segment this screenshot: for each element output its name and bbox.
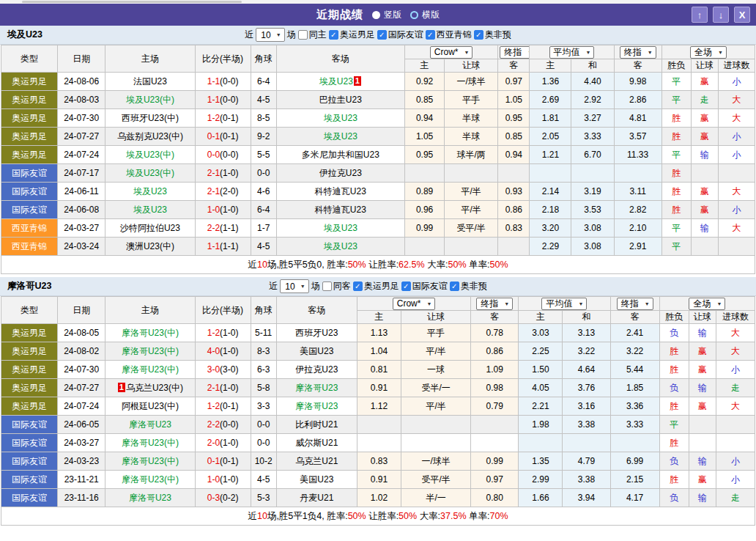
scope-select[interactable]: 全场▼ (689, 298, 725, 310)
result-handicap: 赢 (691, 183, 718, 201)
avg-home: 2.14 (530, 183, 571, 201)
away-team: 科特迪瓦U23 (276, 183, 404, 201)
away-team-name: 巴拉圭U23 (319, 95, 362, 105)
col-date-header: 日期 (58, 45, 105, 73)
result-goals: 小 (718, 73, 755, 91)
competition-checkbox[interactable]: ✓ (450, 281, 459, 291)
avg-draw: 3.19 (571, 183, 614, 201)
competition-checkbox[interactable]: ✓ (401, 281, 411, 291)
result-outcome: 平 (659, 416, 689, 434)
away-team-name: 埃及U23 (324, 241, 357, 251)
col-date-header: 日期 (58, 297, 105, 324)
home-team: 摩洛哥U23(中) (105, 434, 195, 452)
odds-source-select[interactable]: Crow*▼ (393, 298, 436, 310)
dropdown-header-cell: 终指▼ (498, 45, 530, 59)
sub-header-avg-home: 主 (519, 311, 563, 324)
home-team: 摩洛哥U23(中) (105, 452, 195, 471)
halftime-score: (3-0) (220, 364, 238, 375)
same-side-checkbox[interactable] (298, 30, 308, 40)
home-team-name: 摩洛哥U23(中) (122, 346, 179, 356)
match-score: 4-0(1-0) (195, 342, 251, 361)
scope-select[interactable]: 全场▼ (690, 46, 727, 59)
odds-home: 0.91 (357, 471, 401, 489)
summary-segment: 让胜率: (366, 260, 399, 270)
match-type: 国际友谊 (1, 416, 58, 434)
layout-horizontal-radio[interactable]: 横版 (410, 9, 440, 21)
halftime-score: (0-1) (220, 401, 238, 411)
match-type: 国际友谊 (1, 471, 58, 489)
result-outcome: 平 (662, 73, 691, 91)
competition-checkbox[interactable]: ✓ (377, 30, 387, 40)
avg-source-select[interactable]: 平均值▼ (541, 298, 587, 310)
summary-segment: 大率: (425, 260, 448, 270)
result-outcome: 胜 (659, 361, 689, 379)
match-filters: 近10▼场同客✓奥运男足✓国际友谊✓奥非预 (269, 279, 486, 293)
avg-home: 2.21 (519, 397, 563, 416)
competition-checkbox[interactable]: ✓ (426, 30, 435, 40)
fulltime-score: 1-0 (207, 474, 220, 485)
match-count-select-value: 10 (285, 281, 294, 292)
avg-home: 3.20 (530, 219, 571, 238)
team-name: 摩洛哥U23 (7, 280, 51, 292)
odds-source-select[interactable]: Crow*▼ (430, 46, 473, 59)
result-handicap: 赢 (689, 361, 716, 379)
odds-home: 1.04 (357, 342, 401, 361)
title-buttons: ↑ ↓ X (692, 7, 750, 23)
match-date: 24-07-24 (58, 397, 105, 416)
away-team-name: 威尔斯U21 (295, 438, 338, 448)
avg-final-select[interactable]: 终指▼ (620, 46, 656, 59)
fulltime-score: 1-0 (207, 205, 220, 215)
layout-vertical-radio[interactable]: 竖版 (372, 9, 401, 21)
avg-final-select[interactable]: 终指▼ (617, 298, 653, 310)
move-down-button[interactable]: ↓ (713, 7, 729, 23)
sub-header-result-handicap: 让球 (691, 59, 718, 73)
match-score: 1-2(0-1) (195, 109, 251, 128)
avg-away: 3.33 (610, 416, 659, 434)
close-button[interactable]: X (734, 7, 750, 23)
result-goals: 大 (718, 91, 755, 109)
halftime-score: (0-1) (220, 113, 238, 123)
odds-home: 0.99 (405, 219, 445, 238)
match-score: 2-1(1-0) (195, 164, 251, 183)
result-outcome: 平 (662, 219, 691, 238)
avg-away: 2.91 (614, 238, 662, 256)
competition-checkbox[interactable]: ✓ (353, 281, 363, 291)
competition-checkbox[interactable]: ✓ (329, 30, 338, 40)
corner-score: 6-4 (251, 73, 276, 91)
move-up-button[interactable]: ↑ (692, 7, 708, 23)
avg-draw (571, 164, 614, 183)
fulltime-score: 0-3 (207, 493, 220, 503)
corner-score: 5-8 (251, 379, 276, 397)
summary-segment: 70% (490, 511, 508, 521)
odds-final-select[interactable]: 终指▼ (476, 298, 513, 310)
recent-results-panel: 近期战绩 竖版 横版 ↑ ↓ X 埃及U23近10▼场同主✓奥运男足✓国际友谊✓… (0, 0, 756, 541)
avg-home: 2.18 (530, 201, 571, 219)
match-date: 24-08-03 (58, 91, 105, 109)
avg-draw: 3.33 (571, 128, 614, 146)
col-away-header: 客场 (276, 45, 404, 73)
col-score-header: 比分(半场) (195, 45, 251, 73)
odds-handicap: 一/球半 (401, 452, 471, 471)
summary-segment: 37.5% (440, 511, 466, 521)
dropdown-header-cell: 全场▼ (659, 297, 755, 311)
odds-final-select[interactable]: 终指▼ (500, 46, 530, 59)
competition-checkbox[interactable]: ✓ (474, 30, 483, 40)
home-team-name: 埃及U23(中) (126, 150, 174, 160)
scrollbar-thumb[interactable] (22, 1, 242, 3)
result-handicap (691, 164, 718, 183)
match-date: 24-08-02 (58, 342, 105, 361)
home-team-name: 阿根廷U23(中) (122, 401, 179, 411)
avg-source-select[interactable]: 平均值▼ (549, 46, 595, 59)
result-outcome: 负 (659, 379, 689, 397)
same-side-checkbox[interactable] (322, 281, 332, 291)
home-team-name: 沙特阿拉伯U23 (120, 223, 180, 233)
match-count-select[interactable]: 10▼ (256, 28, 284, 42)
odds-handicap: 平/半 (401, 342, 471, 361)
match-row: 国际友谊24-06-11埃及U232-1(2-0)4-6科特迪瓦U230.89平… (1, 183, 755, 201)
match-row: 奥运男足24-07-27乌兹别克U23(中)0-1(0-1)9-2埃及U231.… (1, 128, 755, 146)
match-date: 24-08-06 (58, 73, 105, 91)
match-count-select[interactable]: 10▼ (280, 279, 308, 293)
team-name: 埃及U23 (7, 29, 42, 41)
result-goals: 大 (716, 397, 755, 416)
result-goals: 大 (718, 183, 755, 201)
